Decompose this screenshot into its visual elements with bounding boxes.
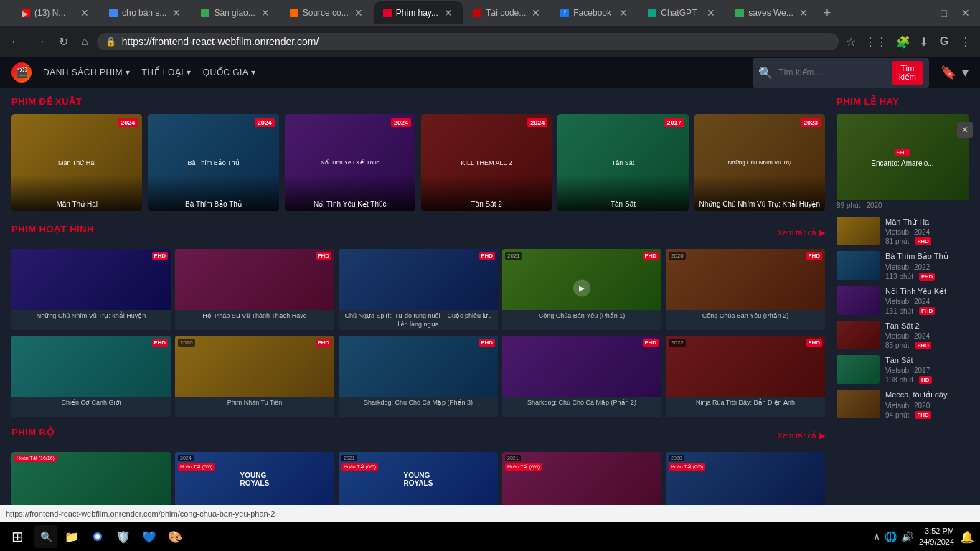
tab-close-youtube[interactable]: ✕ bbox=[79, 8, 90, 18]
right-movie-item-r4[interactable]: Tàn Sát 2 Vietsub 2024 85 phút FHD bbox=[837, 321, 969, 349]
right-movie-item-r5[interactable]: Tàn Sát Vietsub 2017 108 phút HD bbox=[837, 355, 969, 384]
search-submit-button[interactable]: Tìm kiếm bbox=[892, 61, 923, 85]
tray-up-icon[interactable]: ∧ bbox=[873, 531, 880, 542]
extensions-button[interactable]: 🧩 bbox=[893, 32, 913, 52]
series-card-s2[interactable]: YOUNGROYALS 2024 Hoàn Tất (6/6) bbox=[175, 452, 334, 506]
animated-card-a4[interactable]: 2021 FHD ▶ Công Chúa Bán Yêu (Phần 1) bbox=[502, 249, 661, 330]
card-title-a5: Công Chúa Bán Yêu (Phần 2) bbox=[666, 310, 825, 330]
year-badge-f2: 2024 bbox=[255, 118, 275, 127]
right-movie-item-r3[interactable]: Nối Tình Yêu Kết Vietsub 2024 131 phút F… bbox=[837, 286, 969, 315]
taskbar-color[interactable]: 🎨 bbox=[164, 525, 187, 548]
animated-card-b4[interactable]: FHD Sharkdog: Chú Chó Cá Mập (Phần 2) bbox=[502, 336, 661, 417]
animated-card-b3[interactable]: FHD Sharkdog: Chú Chó Cá Mập (Phần 3) bbox=[339, 336, 498, 417]
tab-close-source[interactable]: ✕ bbox=[353, 8, 364, 18]
animated-card-a1[interactable]: FHD Những Chú Nhím Vũ Trụ: khải Huyện bbox=[11, 249, 171, 330]
address-input[interactable] bbox=[122, 36, 830, 47]
animated-card-b2[interactable]: 2020 FHD Phim Nhân Tu Tiên bbox=[175, 336, 334, 417]
profile-apps-button[interactable]: ⋮⋮ bbox=[862, 32, 890, 52]
float-close-button[interactable]: ✕ bbox=[957, 122, 973, 138]
featured-card-4[interactable]: KILL THEM ALL 2 2024 Tàn Sát 2 bbox=[421, 114, 552, 211]
back-button[interactable]: ← bbox=[6, 32, 26, 51]
animated-card-a5[interactable]: 2020 FHD Công Chúa Bán Yêu (Phần 2) bbox=[666, 249, 825, 330]
tab-chatgpt[interactable]: ChatGPT ✕ bbox=[639, 1, 725, 24]
fhd-badge-b3: FHD bbox=[479, 339, 495, 347]
right-movie-item-r1[interactable]: Màn Thứ Hai Vietsub 2024 81 phút FHD bbox=[837, 217, 969, 245]
right-movie-item-r2[interactable]: Bà Thím Bảo Thủ Vietsub 2022 113 phút FH… bbox=[837, 251, 969, 280]
notification-icon[interactable]: 🔔 bbox=[960, 530, 974, 544]
right-featured-title: Encanto: Amarelo... bbox=[871, 159, 933, 167]
nav-quoc-gia[interactable]: QUỐC GIA ▾ bbox=[203, 67, 256, 77]
tab-tai[interactable]: Tải code... ✕ bbox=[464, 1, 550, 24]
tab-youtube[interactable]: ▶ (13) N... ✕ bbox=[13, 1, 99, 24]
featured-card-5[interactable]: Tàn Sát 2017 Tàn Sát bbox=[557, 114, 688, 211]
right-duration-r5: 108 phút bbox=[885, 376, 913, 384]
animated-see-all[interactable]: Xem tất cả ▶ bbox=[778, 228, 825, 237]
taskbar-chrome[interactable] bbox=[86, 525, 109, 548]
featured-card-3[interactable]: Nối Tình Yêu Kết Thúc 2024 Nối Tình Yêu … bbox=[285, 114, 415, 211]
right-featured-movie[interactable]: FHD Encanto: Amarelo... 89 phút 2020 bbox=[837, 114, 969, 211]
status-url: https://frontend-react-webfilm.onrender.… bbox=[6, 509, 974, 518]
right-movie-item-r6[interactable]: Mecca, tôi tới đây Vietsub 2020 94 phút … bbox=[837, 390, 969, 418]
taskbar-search-button[interactable]: 🔍 bbox=[34, 525, 57, 548]
start-button[interactable]: ⊞ bbox=[6, 525, 29, 548]
tray-volume-icon[interactable]: 🔊 bbox=[901, 531, 913, 542]
nav-extras: 🔖 ▾ bbox=[941, 65, 969, 80]
clock[interactable]: 3:52 PM 24/9/2024 bbox=[919, 526, 954, 548]
featured-card-2[interactable]: Bà Thím Bảo Thủ 2024 Bà Thím Bảo Thủ bbox=[148, 114, 278, 211]
animated-card-b1[interactable]: FHD Chiến Cơ Cánh Giới bbox=[11, 336, 171, 417]
maximize-button[interactable]: □ bbox=[937, 6, 951, 20]
address-input-wrap[interactable]: 🔒 bbox=[97, 33, 839, 50]
close-button[interactable]: ✕ bbox=[957, 6, 974, 20]
tab-close-chatgpt[interactable]: ✕ bbox=[705, 8, 717, 18]
right-featured-year: 2020 bbox=[866, 202, 882, 209]
nav-danh-sach-phim[interactable]: DANH SÁCH PHIM ▾ bbox=[43, 67, 131, 77]
tab-favicon-youtube: ▶ bbox=[22, 9, 30, 17]
animated-card-b5[interactable]: 2022 FHD Ninja Rùa Trôi Dây: Bản Điện Ản… bbox=[666, 336, 825, 417]
animated-card-a3[interactable]: FHD Chú Ngựa Spirit: Tự do tung nuôi – C… bbox=[339, 249, 498, 330]
animated-card-a2[interactable]: FHD Hội Pháp Sư Vũ Thành Thạch Rave bbox=[175, 249, 334, 330]
tab-source[interactable]: Source co... ✕ bbox=[281, 1, 373, 24]
tab-close-tai[interactable]: ✕ bbox=[530, 8, 542, 18]
series-card-s3[interactable]: YOUNGROYALS 2021 Hoàn Tất (6/6) bbox=[339, 452, 498, 506]
bookmark-icon[interactable]: 🔖 bbox=[941, 65, 956, 80]
series-card-s4[interactable]: 2021 Hoàn Tất (6/6) bbox=[502, 452, 661, 506]
tab-close-cho[interactable]: ✕ bbox=[171, 8, 182, 18]
site-logo[interactable]: 🎬 bbox=[11, 62, 32, 83]
tab-close-san[interactable]: ✕ bbox=[260, 8, 271, 18]
animated-section: PHIM HOẠT HÌNH Xem tất cả ▶ FHD Những Ch… bbox=[11, 224, 825, 417]
card-title-b5: Ninja Rùa Trôi Dây: Bản Điện Ảnh bbox=[666, 397, 825, 417]
featured-card-6[interactable]: Những Chú Nhím Vũ Trụ 2023 Những Chú Nhí… bbox=[694, 114, 825, 211]
search-input[interactable] bbox=[778, 67, 886, 77]
new-tab-button[interactable]: + bbox=[819, 4, 836, 22]
nav-the-loai[interactable]: THỂ LOẠI ▾ bbox=[142, 67, 192, 77]
card-title-a3: Chú Ngựa Spirit: Tự do tung nuôi – Cuộc … bbox=[339, 310, 498, 330]
taskbar-shield[interactable]: 🛡️ bbox=[112, 525, 135, 548]
tab-title-source: Source co... bbox=[303, 8, 349, 18]
series-card-s5[interactable]: 2020 Hoàn Tất (6/6) bbox=[666, 452, 825, 506]
taskbar-explorer[interactable]: 📁 bbox=[60, 525, 83, 548]
taskbar-vscode[interactable]: 💙 bbox=[138, 525, 161, 548]
tab-close-fb[interactable]: ✕ bbox=[618, 8, 629, 18]
profile-button[interactable]: G bbox=[934, 32, 954, 52]
download-button[interactable]: ⬇ bbox=[916, 32, 931, 52]
series-see-all[interactable]: Xem tất cả ▶ bbox=[778, 431, 825, 441]
tab-cho[interactable]: chợ bán s... ✕ bbox=[100, 1, 191, 24]
tab-saves[interactable]: saves We... ✕ bbox=[727, 1, 817, 24]
reload-button[interactable]: ↻ bbox=[55, 32, 72, 52]
featured-card-1[interactable]: Màn Thứ Hai 2024 Màn Thứ Hai bbox=[11, 114, 142, 211]
tray-network-icon[interactable]: 🌐 bbox=[885, 531, 897, 542]
forward-button[interactable]: → bbox=[30, 32, 50, 51]
tab-close-phim[interactable]: ✕ bbox=[443, 8, 454, 18]
tab-fb[interactable]: f Facebook ✕ bbox=[552, 1, 638, 24]
animated-row-1: FHD Những Chú Nhím Vũ Trụ: khải Huyện FH… bbox=[11, 249, 825, 330]
home-button[interactable]: ⌂ bbox=[77, 32, 93, 51]
tab-san[interactable]: Sàn giao... ✕ bbox=[192, 1, 279, 24]
more-options-button[interactable]: ⋮ bbox=[957, 32, 974, 52]
series-card-s1[interactable]: Hoàn Tất (16/16) bbox=[11, 452, 171, 506]
bookmark-star-button[interactable]: ☆ bbox=[843, 32, 859, 52]
fhd-badge-b1: FHD bbox=[152, 339, 168, 347]
more-icon[interactable]: ▾ bbox=[962, 65, 969, 80]
tab-phim[interactable]: Phim hay... ✕ bbox=[374, 1, 463, 24]
minimize-button[interactable]: — bbox=[913, 6, 931, 20]
tab-close-saves[interactable]: ✕ bbox=[798, 8, 809, 18]
